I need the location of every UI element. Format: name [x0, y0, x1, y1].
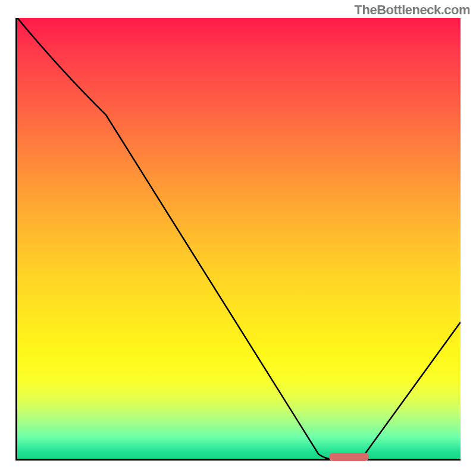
optimal-marker [329, 453, 369, 461]
plot-area [15, 18, 461, 461]
attribution-text: TheBottleneck.com [355, 2, 470, 18]
gradient-background [17, 18, 461, 459]
